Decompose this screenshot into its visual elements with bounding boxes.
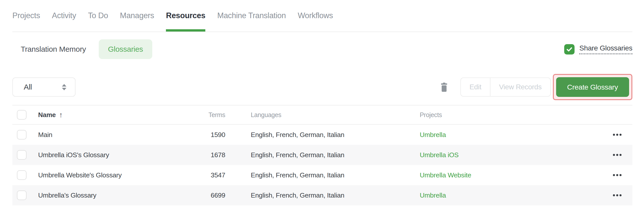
column-header-projects: Projects bbox=[420, 111, 602, 119]
resources-subnav: Translation Memory Glossaries Share Glos… bbox=[12, 39, 632, 59]
tab-activity[interactable]: Activity bbox=[52, 11, 76, 32]
glossaries-page: Projects Activity To Do Managers Resourc… bbox=[0, 0, 644, 219]
row-menu-button[interactable] bbox=[610, 131, 624, 138]
table-row: Main 1590 English, French, German, Itali… bbox=[12, 125, 632, 145]
row-checkbox[interactable] bbox=[17, 170, 27, 180]
selection-actions-group: Edit View Records bbox=[460, 77, 551, 97]
share-glossaries-checkbox[interactable] bbox=[564, 44, 575, 54]
ellipsis-icon bbox=[613, 134, 615, 136]
view-records-button[interactable]: View Records bbox=[490, 78, 550, 96]
select-arrows-icon bbox=[62, 84, 66, 90]
tab-machine-translation[interactable]: Machine Translation bbox=[217, 11, 286, 32]
name-header-label: Name bbox=[38, 111, 56, 119]
glossary-name: Umbrella's Glossary bbox=[38, 191, 150, 199]
column-header-terms: Terms bbox=[208, 111, 225, 119]
create-glossary-button[interactable]: Create Glossary bbox=[556, 77, 629, 97]
ellipsis-icon bbox=[613, 194, 615, 196]
project-link[interactable]: Umbrella Website bbox=[420, 171, 471, 179]
create-glossary-highlight: Create Glossary bbox=[553, 74, 632, 100]
glossary-languages: English, French, German, Italian bbox=[225, 151, 420, 159]
column-header-name[interactable]: Name ↑ bbox=[38, 111, 150, 119]
glossary-terms-count: 3547 bbox=[211, 171, 225, 179]
share-glossaries-label[interactable]: Share Glossaries bbox=[579, 44, 632, 54]
share-glossaries-control: Share Glossaries bbox=[564, 44, 632, 54]
table-row: Umbrella iOS's Glossary 1678 English, Fr… bbox=[12, 145, 632, 165]
row-menu-button[interactable] bbox=[610, 172, 624, 179]
select-all-checkbox[interactable] bbox=[17, 110, 27, 120]
ellipsis-icon bbox=[613, 174, 615, 176]
glossary-terms-count: 1590 bbox=[211, 131, 225, 139]
project-link[interactable]: Umbrella bbox=[420, 191, 446, 199]
tab-resources[interactable]: Resources bbox=[166, 11, 205, 32]
glossaries-toolbar: All Edit View Records Create Glossary bbox=[12, 75, 632, 99]
table-row: Umbrella's Glossary 6699 English, French… bbox=[12, 185, 632, 205]
table-header: Name ↑ Terms Languages Projects bbox=[12, 105, 632, 125]
glossaries-table: Name ↑ Terms Languages Projects Main 159… bbox=[12, 105, 632, 205]
tab-todo[interactable]: To Do bbox=[88, 11, 108, 32]
tab-workflows[interactable]: Workflows bbox=[298, 11, 333, 32]
table-row: Umbrella Website's Glossary 3547 English… bbox=[12, 165, 632, 185]
row-checkbox[interactable] bbox=[17, 130, 27, 140]
glossary-terms-count: 1678 bbox=[211, 151, 225, 159]
glossary-filter-dropdown[interactable]: All bbox=[12, 77, 76, 97]
tab-projects[interactable]: Projects bbox=[12, 11, 40, 32]
tab-glossaries[interactable]: Glossaries bbox=[99, 39, 153, 59]
edit-button[interactable]: Edit bbox=[461, 78, 490, 96]
delete-button[interactable] bbox=[440, 83, 448, 92]
glossary-languages: English, French, German, Italian bbox=[225, 131, 420, 139]
glossary-languages: English, French, German, Italian bbox=[225, 171, 420, 179]
ellipsis-icon bbox=[613, 154, 615, 156]
glossary-name: Main bbox=[38, 131, 150, 139]
sort-asc-icon: ↑ bbox=[59, 111, 63, 119]
main-nav: Projects Activity To Do Managers Resourc… bbox=[12, 0, 632, 32]
column-header-languages: Languages bbox=[225, 111, 420, 119]
check-icon bbox=[566, 46, 573, 53]
glossary-name: Umbrella Website's Glossary bbox=[38, 171, 150, 179]
tab-managers[interactable]: Managers bbox=[120, 11, 154, 32]
row-menu-button[interactable] bbox=[610, 151, 624, 158]
row-checkbox[interactable] bbox=[17, 150, 27, 160]
row-menu-button[interactable] bbox=[610, 192, 624, 199]
glossary-terms-count: 6699 bbox=[211, 191, 225, 199]
project-link[interactable]: Umbrella bbox=[420, 131, 446, 139]
glossary-name: Umbrella iOS's Glossary bbox=[38, 151, 150, 159]
trash-icon bbox=[440, 83, 448, 92]
project-link[interactable]: Umbrella iOS bbox=[420, 151, 459, 159]
glossary-languages: English, French, German, Italian bbox=[225, 191, 420, 199]
tab-translation-memory[interactable]: Translation Memory bbox=[21, 45, 86, 53]
filter-selected-value: All bbox=[24, 83, 32, 91]
row-checkbox[interactable] bbox=[17, 190, 27, 200]
